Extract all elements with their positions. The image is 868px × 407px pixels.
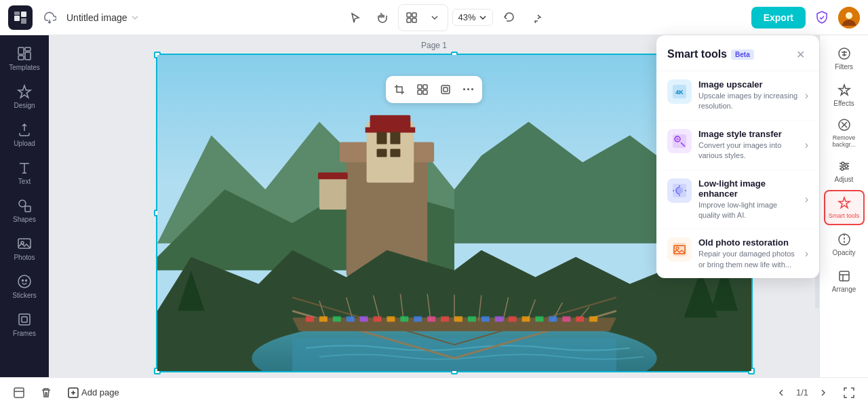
svg-rect-66 <box>333 316 341 322</box>
canvas-toolbar-center: 43% <box>145 4 746 31</box>
right-tool-effects[interactable]: Effects <box>824 77 865 113</box>
svg-point-20 <box>26 279 27 281</box>
svg-rect-27 <box>441 85 450 94</box>
panel-close-button[interactable]: ✕ <box>792 46 808 62</box>
style-transfer-name: Image style transfer <box>698 129 798 139</box>
grid-view-icon <box>406 12 417 23</box>
svg-rect-0 <box>14 16 20 21</box>
add-page-button[interactable]: Add page <box>62 385 125 401</box>
hand-tool-button[interactable] <box>371 6 394 29</box>
right-tool-smart-tools[interactable]: Smart tools <box>824 190 865 225</box>
multi-edit-button[interactable] <box>412 79 433 100</box>
frames-icon <box>17 312 32 327</box>
undo-button[interactable] <box>497 6 520 29</box>
stickers-icon <box>17 274 32 289</box>
panel-title: Smart tools <box>667 48 727 60</box>
style-transfer-arrow-icon: › <box>805 139 808 151</box>
page-options-button[interactable] <box>8 382 30 404</box>
svg-rect-39 <box>390 132 400 144</box>
svg-rect-11 <box>25 47 31 51</box>
svg-rect-25 <box>418 90 422 94</box>
svg-rect-10 <box>18 47 24 54</box>
more-options-button[interactable]: ··· <box>458 79 479 100</box>
svg-rect-21 <box>19 314 30 325</box>
panel-header: Smart tools Beta ✕ <box>656 35 819 71</box>
upload-icon <box>17 122 32 137</box>
svg-rect-70 <box>387 316 395 322</box>
svg-rect-38 <box>377 132 387 144</box>
restoration-arrow-icon: › <box>805 248 808 260</box>
shield-icon <box>811 7 833 28</box>
prev-page-button[interactable] <box>772 383 791 402</box>
svg-rect-4 <box>407 13 411 17</box>
crop-button[interactable] <box>389 79 410 100</box>
sidebar-item-shapes[interactable]: Shapes <box>4 193 45 228</box>
add-page-icon <box>68 387 79 398</box>
svg-rect-84 <box>576 316 584 322</box>
sidebar-item-frames[interactable]: Frames <box>4 307 45 342</box>
low-light-text: Low-light image enhancer Improve low-lig… <box>698 178 798 221</box>
cloud-save-button[interactable] <box>38 6 61 29</box>
tool-image-upscaler[interactable]: 4K Image upscaler Upscale images by incr… <box>656 71 819 121</box>
svg-rect-72 <box>414 316 422 322</box>
select-tool-button[interactable] <box>344 6 367 29</box>
svg-rect-22 <box>22 317 27 322</box>
export-button[interactable]: Export <box>751 7 806 28</box>
view-button[interactable] <box>401 7 422 28</box>
low-light-icon-wrap <box>667 178 692 203</box>
sidebar-item-upload[interactable]: Upload <box>4 117 45 152</box>
svg-rect-28 <box>443 88 448 92</box>
svg-rect-74 <box>441 316 449 322</box>
svg-rect-15 <box>25 206 31 212</box>
document-title[interactable]: Untitled image <box>66 12 140 23</box>
chevron-down-icon <box>431 14 439 22</box>
right-tool-remove-bg[interactable]: Remove backgr... <box>824 114 865 152</box>
restoration-text: Old photo restoration Repair your damage… <box>698 237 798 270</box>
tool-low-light[interactable]: Low-light image enhancer Improve low-lig… <box>656 170 819 230</box>
sidebar-item-templates[interactable]: Templates <box>4 41 45 76</box>
svg-rect-41 <box>390 149 400 157</box>
frame-edit-button[interactable] <box>435 79 456 100</box>
right-tool-arrange[interactable]: Arrange <box>824 263 865 298</box>
topbar-right: Export <box>751 7 860 28</box>
main-area: Templates Design Upload Text <box>0 35 868 377</box>
delete-page-button[interactable] <box>35 382 57 404</box>
upscaler-name: Image upscaler <box>698 79 798 90</box>
svg-rect-12 <box>25 52 31 60</box>
tool-photo-restoration[interactable]: Old photo restoration Repair your damage… <box>656 229 819 278</box>
svg-text:4K: 4K <box>675 89 684 96</box>
zoom-control[interactable]: 43% <box>452 9 493 26</box>
sidebar-item-stickers[interactable]: Stickers <box>4 269 45 304</box>
view-dropdown-button[interactable] <box>424 7 446 28</box>
svg-rect-69 <box>374 316 382 322</box>
sidebar-item-photos[interactable]: Photos <box>4 231 45 266</box>
svg-point-14 <box>19 200 26 207</box>
multi-edit-icon <box>417 84 428 95</box>
left-sidebar: Templates Design Upload Text <box>0 35 49 377</box>
right-tool-filters[interactable]: Filters <box>824 41 865 76</box>
frame-edit-icon <box>440 84 451 95</box>
sidebar-item-text[interactable]: Text <box>4 155 45 190</box>
upscaler-text: Image upscaler Upscale images by increas… <box>698 79 798 112</box>
redo-button[interactable] <box>524 6 547 29</box>
svg-rect-76 <box>468 316 476 322</box>
text-icon <box>17 160 32 175</box>
svg-rect-80 <box>522 316 530 322</box>
restoration-icon-wrap <box>667 237 692 262</box>
svg-rect-81 <box>535 316 543 322</box>
sidebar-item-design[interactable]: Design <box>4 79 45 114</box>
right-tool-opacity[interactable]: Opacity <box>824 227 865 262</box>
svg-rect-108 <box>14 388 24 398</box>
svg-rect-40 <box>377 149 387 157</box>
arrange-icon <box>837 269 851 283</box>
fullscreen-button[interactable] <box>838 382 860 404</box>
title-chevron-icon <box>130 13 140 22</box>
low-light-arrow-icon: › <box>805 193 808 206</box>
tool-style-transfer[interactable]: Image style transfer Convert your images… <box>656 121 819 170</box>
restoration-name: Old photo restoration <box>698 237 798 248</box>
right-tool-adjust[interactable]: Adjust <box>824 153 865 189</box>
cursor-icon <box>350 12 361 23</box>
svg-rect-43 <box>318 172 348 179</box>
user-avatar[interactable] <box>838 7 860 28</box>
next-page-button[interactable] <box>814 383 833 402</box>
